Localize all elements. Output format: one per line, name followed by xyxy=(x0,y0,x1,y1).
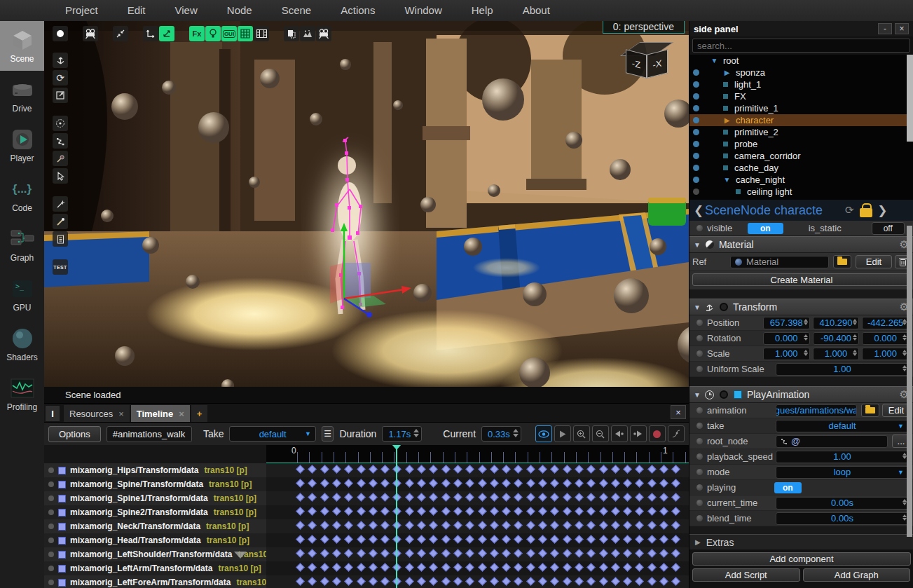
keyframe-diamond[interactable] xyxy=(623,479,632,488)
visibility-dot[interactable] xyxy=(693,81,699,88)
tree-scrollbar[interactable] xyxy=(907,55,913,142)
keyframe-diamond[interactable] xyxy=(623,521,632,530)
panel-toggle-button[interactable]: I xyxy=(46,406,60,421)
keyframe-diamond[interactable] xyxy=(405,521,414,530)
keyframe-diamond[interactable] xyxy=(441,535,451,544)
keyframe-diamond[interactable] xyxy=(441,479,451,488)
timeline-ruler[interactable]: 01 xyxy=(266,445,689,463)
keyframe-diamond[interactable] xyxy=(308,465,317,474)
expand-icon[interactable]: ▶ xyxy=(723,69,731,76)
value-field[interactable]: 0.000 xyxy=(763,332,810,345)
keyframe-diamond[interactable] xyxy=(647,577,657,586)
keyframe-diamond[interactable] xyxy=(380,493,390,502)
keyframe-diamond[interactable] xyxy=(575,577,584,586)
keyframe-diamond[interactable] xyxy=(344,479,353,488)
keyframe-diamond[interactable] xyxy=(478,549,487,558)
tree-node-root[interactable]: ▼root xyxy=(689,55,913,67)
prev-node-button[interactable]: ❮ xyxy=(694,203,705,218)
keyframe-diamond[interactable] xyxy=(478,479,487,488)
track-row[interactable]: mixamorig_Hips/Transform/datatrans10 [p] xyxy=(44,463,266,477)
curve-button[interactable] xyxy=(668,425,685,442)
keyframe-diamond[interactable] xyxy=(465,549,474,558)
keyframe-diamond[interactable] xyxy=(575,465,584,474)
keyframe-diamond[interactable] xyxy=(599,549,608,558)
keyframe-diamond[interactable] xyxy=(550,465,559,474)
keyframe-diamond[interactable] xyxy=(659,563,668,572)
track-checkbox[interactable] xyxy=(58,467,66,474)
keyframe-diamond[interactable] xyxy=(308,521,317,530)
keyframe-diamond[interactable] xyxy=(563,507,572,516)
tab-resources[interactable]: Resources× xyxy=(64,405,130,422)
keyframe-diamond[interactable] xyxy=(429,549,438,558)
keyframe-diamond[interactable] xyxy=(623,549,632,558)
keyframe-diamond[interactable] xyxy=(320,493,329,502)
keyframe-diamond[interactable] xyxy=(380,479,390,488)
keyframe-area[interactable]: 01 xyxy=(266,445,689,588)
menu-node[interactable]: Node xyxy=(212,0,267,21)
keyframe-diamond[interactable] xyxy=(429,465,438,474)
keyframe-diamond[interactable] xyxy=(514,535,523,544)
keyframe-diamond[interactable] xyxy=(417,465,426,474)
keyframe-diamond[interactable] xyxy=(647,521,657,530)
keyframe-diamond[interactable] xyxy=(563,493,572,502)
keyframe-diamond[interactable] xyxy=(357,479,366,488)
tab-timeline[interactable]: Timeline× xyxy=(131,405,190,422)
enabled-checkbox[interactable] xyxy=(733,390,743,399)
menu-window[interactable]: Window xyxy=(390,0,456,21)
keyframe-diamond[interactable] xyxy=(405,563,414,572)
keyframe-diamond[interactable] xyxy=(490,507,499,516)
keyframe-diamond[interactable] xyxy=(599,577,608,586)
keyframe-diamond[interactable] xyxy=(490,535,499,544)
keyframe-diamond[interactable] xyxy=(526,465,535,474)
track-row[interactable]: mixamorig_Neck/Transform/datatrans10 [p] xyxy=(44,519,266,533)
refresh-icon[interactable]: ⟳ xyxy=(845,204,854,217)
keyframe-diamond[interactable] xyxy=(647,535,657,544)
keyframe-diamond[interactable] xyxy=(514,479,523,488)
keyframe-diamond[interactable] xyxy=(453,577,462,586)
keyframe-diamond[interactable] xyxy=(611,493,620,502)
tree-node-FX[interactable]: FX xyxy=(689,90,913,102)
keyframe-diamond[interactable] xyxy=(550,563,559,572)
keyframe-diamond[interactable] xyxy=(453,479,462,488)
keyframe-diamond[interactable] xyxy=(671,577,680,586)
camera-label[interactable]: 0: perspective xyxy=(603,21,685,34)
keyframe-diamond[interactable] xyxy=(490,577,499,586)
keyframe-diamond[interactable] xyxy=(599,535,608,544)
create-material-button[interactable]: Create Material xyxy=(692,273,911,286)
track-checkbox[interactable] xyxy=(58,579,66,587)
root_node-field[interactable]: @ xyxy=(776,435,888,448)
keyframe-diamond[interactable] xyxy=(380,563,390,572)
menu-edit[interactable]: Edit xyxy=(113,0,160,21)
sidebar-item-drive[interactable]: Drive xyxy=(0,71,44,121)
keyframe-diamond[interactable] xyxy=(611,577,620,586)
keyframe-diamond[interactable] xyxy=(441,563,451,572)
keyframe-diamond[interactable] xyxy=(441,521,451,530)
browse-button[interactable] xyxy=(861,404,879,417)
keyframe-diamond[interactable] xyxy=(344,507,353,516)
spinner-arrows[interactable] xyxy=(804,319,808,325)
keyframe-diamond[interactable] xyxy=(429,493,438,502)
keyframe-diamond[interactable] xyxy=(453,549,462,558)
keyframe-diamond[interactable] xyxy=(296,549,305,558)
axis-gizmo-cube[interactable]: -Z -X xyxy=(624,43,669,83)
collapse-triangle-icon[interactable]: ▼ xyxy=(694,391,701,399)
keyframe-diamond[interactable] xyxy=(478,507,487,516)
record-dot-button[interactable] xyxy=(53,26,68,41)
keyframe-diamond[interactable] xyxy=(514,549,523,558)
keyframe-diamond[interactable] xyxy=(575,507,584,516)
tree-node-primitive_1[interactable]: primitive_1 xyxy=(689,102,913,114)
keyframe-diamond[interactable] xyxy=(550,521,559,530)
select-circle-tool-button[interactable] xyxy=(53,116,68,131)
keyframe-diamond[interactable] xyxy=(563,479,572,488)
move-gizmo-button[interactable] xyxy=(159,26,174,41)
axis-cube-z-face[interactable]: -Z xyxy=(626,49,647,78)
keyframe-diamond[interactable] xyxy=(380,549,390,558)
move-tool-button[interactable] xyxy=(53,53,68,68)
mode-dropdown[interactable]: loop▼ xyxy=(776,466,909,479)
keyframe-diamond[interactable] xyxy=(611,465,620,474)
visibility-dot[interactable] xyxy=(693,69,699,76)
keyframe-diamond[interactable] xyxy=(647,479,657,488)
spinner-arrows[interactable] xyxy=(804,334,808,341)
keyframe-diamond[interactable] xyxy=(563,577,572,586)
spark-tool-button[interactable] xyxy=(53,196,68,212)
